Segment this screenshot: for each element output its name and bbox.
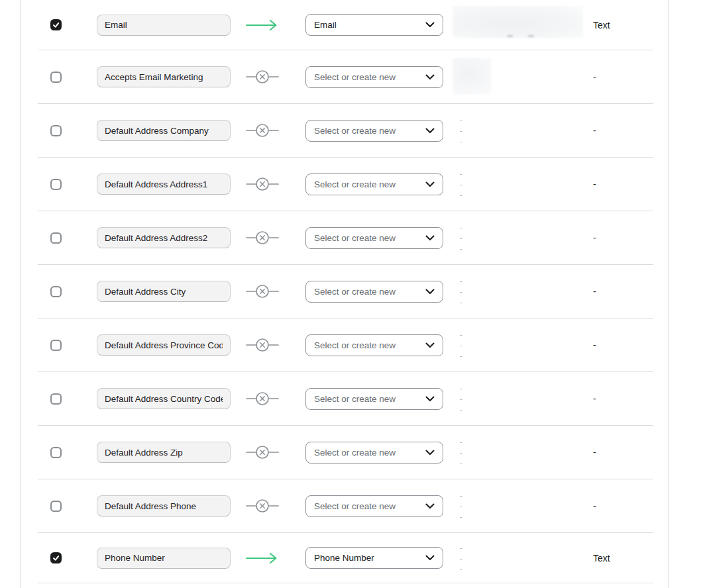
- preview-empty-value: -: [453, 383, 583, 393]
- preview-empty-value: -: [453, 125, 583, 136]
- preview-empty-value: -: [453, 393, 583, 404]
- destination-field-value: Select or create new: [314, 394, 420, 404]
- preview-empty-value: -: [453, 115, 583, 125]
- destination-field-select[interactable]: Select or create new: [305, 173, 443, 195]
- row-checkbox-unchecked[interactable]: [50, 501, 62, 512]
- source-column-input[interactable]: [97, 388, 231, 409]
- checkbox-cell: [50, 552, 62, 564]
- field-type-label: Text: [593, 20, 651, 30]
- checkbox-cell: [50, 125, 62, 136]
- destination-field-cell: Select or create new: [305, 442, 443, 464]
- source-column-input[interactable]: [97, 334, 231, 356]
- source-column-input[interactable]: [97, 227, 231, 248]
- checkbox-cell: [50, 447, 62, 458]
- sample-data-preview: ---: [453, 222, 583, 254]
- destination-field-cell: Select or create new: [305, 334, 443, 356]
- destination-field-select[interactable]: Select or create new: [305, 281, 443, 303]
- chevron-down-icon: [425, 128, 435, 134]
- preview-empty-value: -: [453, 179, 583, 189]
- preview-empty-value: -: [453, 329, 583, 340]
- destination-field-value: Select or create new: [314, 126, 420, 136]
- row-checkbox-unchecked[interactable]: [50, 393, 62, 405]
- checkbox-cell: [50, 286, 62, 297]
- source-column-input[interactable]: [97, 495, 231, 516]
- sample-data-preview: ---: [453, 275, 583, 307]
- arrow-right-icon: [246, 552, 279, 565]
- destination-field-cell: Select or create new: [305, 281, 443, 303]
- unmapped-unlink-icon: [246, 230, 279, 245]
- destination-field-select[interactable]: Phone Number: [305, 547, 443, 569]
- mapping-row: Select or create new----: [38, 318, 653, 372]
- row-checkbox-unchecked[interactable]: [50, 72, 62, 83]
- preview-empty-value: -: [453, 404, 583, 415]
- field-type-label: -: [593, 393, 651, 404]
- source-column-input[interactable]: [97, 173, 231, 195]
- sample-data-preview: ---: [453, 168, 583, 200]
- preview-empty-value: -: [453, 553, 583, 564]
- destination-field-cell: Email: [305, 14, 443, 36]
- source-column-cell: [97, 66, 231, 87]
- destination-field-cell: Select or create new: [305, 227, 443, 249]
- row-checkbox-unchecked[interactable]: [50, 232, 62, 244]
- source-column-input[interactable]: [97, 281, 231, 302]
- source-column-input[interactable]: [97, 120, 231, 141]
- chevron-down-icon: [425, 396, 435, 402]
- sample-data-preview: ---: [453, 436, 583, 468]
- sample-data-preview: ---: [453, 115, 583, 146]
- sample-data-preview: ---: [453, 490, 583, 522]
- destination-field-select[interactable]: Select or create new: [305, 66, 443, 88]
- row-checkbox-unchecked[interactable]: [50, 125, 62, 136]
- chevron-down-icon: [425, 450, 435, 456]
- source-column-input[interactable]: [97, 66, 231, 87]
- mapping-row: Select or create new----: [38, 479, 653, 533]
- unmapped-unlink-icon: [246, 123, 279, 138]
- destination-field-select[interactable]: Select or create new: [305, 120, 443, 142]
- field-mapping-panel: EmailTextSelect or create new-Select or …: [21, 0, 669, 588]
- row-checkbox-checked[interactable]: [50, 19, 62, 30]
- sample-data-preview: ---: [453, 383, 583, 415]
- field-type-label: -: [593, 286, 651, 297]
- preview-empty-value: -: [453, 297, 583, 307]
- source-column-input[interactable]: [97, 548, 231, 569]
- field-type-label: -: [593, 232, 651, 243]
- row-checkbox-checked[interactable]: [50, 552, 62, 564]
- destination-field-value: Select or create new: [314, 72, 420, 82]
- destination-field-value: Phone Number: [314, 553, 420, 563]
- destination-field-select[interactable]: Select or create new: [305, 388, 443, 410]
- destination-field-value: Select or create new: [314, 448, 420, 458]
- checkbox-cell: [50, 501, 62, 512]
- mapping-row: Select or create new-: [38, 50, 653, 104]
- field-type-label: -: [593, 501, 651, 511]
- destination-field-cell: Select or create new: [305, 495, 443, 517]
- destination-field-select[interactable]: Select or create new: [305, 495, 443, 517]
- row-checkbox-unchecked[interactable]: [50, 179, 62, 190]
- redacted-preview-blur: [453, 58, 492, 94]
- row-checkbox-unchecked[interactable]: [50, 447, 62, 458]
- source-column-cell: [97, 495, 231, 516]
- chevron-down-icon: [425, 289, 435, 295]
- chevron-down-icon: [425, 181, 435, 187]
- source-column-cell: [97, 281, 231, 302]
- mapping-row: Phone Number---Text: [38, 533, 653, 583]
- row-checkbox-unchecked[interactable]: [50, 286, 62, 297]
- preview-empty-value: -: [453, 511, 583, 522]
- source-column-cell: [97, 388, 231, 409]
- preview-empty-value: -: [453, 447, 583, 458]
- mapping-row: Select or create new----: [38, 158, 653, 211]
- destination-field-select[interactable]: Select or create new: [305, 227, 443, 249]
- destination-field-select[interactable]: Select or create new: [305, 334, 443, 356]
- field-type-label: Text: [593, 553, 651, 564]
- destination-field-select[interactable]: Email: [305, 14, 443, 36]
- source-column-input[interactable]: [97, 442, 231, 463]
- row-checkbox-unchecked[interactable]: [50, 340, 62, 351]
- destination-field-select[interactable]: Select or create new: [305, 442, 443, 464]
- unmapped-unlink-icon: [246, 70, 279, 84]
- checkbox-cell: [50, 340, 62, 351]
- checkbox-cell: [50, 393, 62, 405]
- checkmark-icon: [52, 21, 60, 29]
- preview-empty-value: -: [453, 136, 583, 146]
- source-column-input[interactable]: [97, 15, 231, 36]
- field-type-label: -: [593, 72, 651, 82]
- checkbox-cell: [50, 72, 62, 83]
- destination-field-value: Select or create new: [314, 501, 420, 511]
